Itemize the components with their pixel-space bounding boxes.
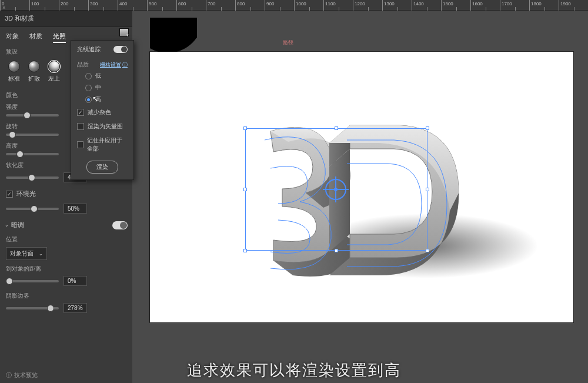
slider-shadow[interactable] (6, 307, 59, 309)
handle-bl[interactable] (243, 249, 247, 252)
preset-topleft[interactable]: 左上 (48, 61, 60, 83)
handle-tr[interactable] (426, 126, 429, 130)
slider-softness[interactable] (6, 176, 59, 179)
rotate-widget[interactable] (325, 179, 346, 200)
render-button[interactable]: 渲染 (86, 161, 118, 174)
slider-distance[interactable] (6, 280, 59, 282)
slider-ambient[interactable] (6, 208, 59, 210)
handle-tl[interactable] (243, 126, 247, 130)
horizontal-ruler: 0100200300400500600700800900100011001200… (0, 0, 588, 11)
label-shadow-bounds: 阴影边界 (0, 289, 132, 301)
position-dropdown[interactable]: 对象背面⌄ (6, 247, 47, 260)
value-ambient[interactable]: 50% (64, 204, 87, 214)
checkbox-render-vector[interactable] (77, 123, 84, 130)
panel-title: 3D 和材质 (0, 11, 132, 27)
preset-standard[interactable]: 标准 (8, 61, 20, 83)
handle-lc[interactable] (243, 188, 247, 191)
handle-br[interactable] (426, 249, 429, 252)
value-shadow[interactable]: 278% (64, 303, 87, 313)
shadows-toggle[interactable] (112, 221, 128, 229)
handle-bc[interactable] (335, 249, 338, 252)
close-icon[interactable]: × (2, 5, 5, 11)
quality-low[interactable]: 低 (71, 70, 133, 82)
render-settings-flyout: 光线追踪 品质栅格设置 ⓘ 低 中 高 ↖ 减少杂色 渲染为矢量图 记住并应用于… (71, 40, 134, 180)
label-distance: 到对象的距离 (0, 262, 132, 274)
quality-medium[interactable]: 中 (71, 82, 133, 94)
tab-material[interactable]: 材质 (29, 32, 42, 43)
label-ambient: 环境光 (16, 189, 36, 198)
tab-lighting[interactable]: 光照 (53, 32, 66, 43)
tab-object[interactable]: 对象 (6, 32, 19, 43)
checkbox-reduce-noise[interactable] (77, 109, 84, 116)
slider-intensity[interactable] (6, 114, 59, 116)
label-position: 位置 (0, 233, 132, 245)
quality-high[interactable]: 高 (71, 94, 133, 105)
canvas[interactable]: 路径 (132, 11, 588, 383)
panel-menu-icon[interactable] (119, 28, 129, 36)
slider-height[interactable] (6, 153, 59, 155)
preset-diffuse[interactable]: 扩散 (28, 61, 40, 83)
label-quality: 品质 (77, 61, 89, 69)
crescent-shape (150, 18, 197, 52)
raytracing-toggle[interactable] (113, 46, 128, 53)
label-raytracing: 光线追踪 (77, 45, 101, 54)
checkbox-remember-apply[interactable] (77, 141, 83, 148)
slider-rotation[interactable] (6, 134, 59, 136)
video-subtitle: 追求效果可以将渲染设置到高 (0, 360, 588, 381)
shadows-header[interactable]: ⌄暗调 (0, 217, 132, 233)
handle-tc[interactable] (335, 126, 338, 130)
value-distance[interactable]: 0% (64, 276, 87, 286)
artboard[interactable] (150, 52, 573, 322)
grid-settings-link[interactable]: 栅格设置 ⓘ (100, 61, 128, 69)
checkbox-ambient[interactable] (6, 191, 13, 198)
path-label: 路径 (283, 39, 293, 46)
handle-rc[interactable] (426, 188, 429, 191)
